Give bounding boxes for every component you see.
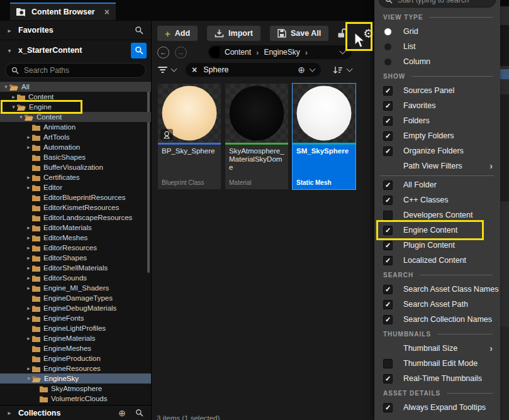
menu-item-grid[interactable]: Grid xyxy=(374,24,500,39)
caret-right-icon[interactable]: ▸ xyxy=(25,255,32,261)
checkbox-checked-icon[interactable]: ✓ xyxy=(383,146,393,156)
caret-right-icon[interactable]: ▸ xyxy=(25,225,32,231)
tree-item-enginematerials[interactable]: ▸EngineMaterials xyxy=(0,333,151,343)
caret-right-icon[interactable]: ▸ xyxy=(25,265,32,271)
checkbox-checked-icon[interactable]: ✓ xyxy=(383,101,393,111)
caret-right-icon[interactable]: ▸ xyxy=(25,235,32,241)
clear-search-icon[interactable]: × xyxy=(192,65,197,74)
checkbox-checked-icon[interactable]: ✓ xyxy=(383,285,393,294)
menu-item-folders[interactable]: ✓Folders xyxy=(374,113,500,128)
checkbox-checked-icon[interactable]: ✓ xyxy=(383,226,393,235)
menu-item-path-view-filters[interactable]: Path View Filters› xyxy=(374,158,500,174)
menu-item-search-asset-path[interactable]: ✓Search Asset Path xyxy=(374,297,500,312)
add-collection-icon[interactable]: ⊕ xyxy=(118,408,126,418)
tree-item-editorsounds[interactable]: ▸EditorSounds xyxy=(0,273,151,283)
favorites-header[interactable]: ▸ Favorites xyxy=(0,21,151,40)
menu-item-empty-folders[interactable]: ✓Empty Folders xyxy=(374,128,500,143)
tree-item-editorkismetresources[interactable]: EditorKismetResources xyxy=(0,202,151,213)
menu-item-search-asset-class-names[interactable]: ✓Search Asset Class Names xyxy=(374,282,500,297)
tree-item-editorresources[interactable]: ▸EditorResources xyxy=(0,243,151,253)
tree-item-editorlandscaperesources[interactable]: EditorLandscapeResources xyxy=(0,213,151,223)
caret-down-icon[interactable]: ▾ xyxy=(10,104,17,110)
lock-icon[interactable] xyxy=(337,28,349,38)
checkbox-checked-icon[interactable]: ✓ xyxy=(383,180,393,190)
checkbox-unchecked-icon[interactable] xyxy=(383,211,393,220)
tree-item-editormeshes[interactable]: ▸EditorMeshes xyxy=(0,233,151,243)
caret-right-icon[interactable]: ▸ xyxy=(25,306,32,311)
sort-dropdown-icon[interactable] xyxy=(347,66,353,72)
tree-item-all[interactable]: ▾All xyxy=(0,82,151,92)
asset-tile-sm-skysphere[interactable]: SM_SkySphereStatic Mesh xyxy=(293,84,355,189)
collections-search-icon[interactable] xyxy=(135,409,143,417)
menu-item-engine-content[interactable]: ✓Engine Content xyxy=(374,223,500,238)
collections-caret-icon[interactable]: ▸ xyxy=(6,409,13,416)
import-button[interactable]: Import xyxy=(206,25,261,41)
tree-item-content[interactable]: ▸Content xyxy=(0,92,151,102)
tree-item-editorshellmaterials[interactable]: ▸EditorShellMaterials xyxy=(0,263,151,273)
tree-item-automation[interactable]: ▸Automation xyxy=(0,142,151,152)
caret-down-icon[interactable]: ▾ xyxy=(3,84,9,90)
tree-item-editorblueprintresources[interactable]: EditorBlueprintResources xyxy=(0,192,151,202)
tree-item-basicshapes[interactable]: BasicShapes xyxy=(0,152,151,162)
menu-item-thumbnail-edit-mode[interactable]: Thumbnail Edit Mode xyxy=(374,356,500,371)
tab-close-icon[interactable]: × xyxy=(104,8,109,16)
breadcrumb-root-segment[interactable] xyxy=(210,47,220,58)
caret-right-icon[interactable]: ▸ xyxy=(10,94,17,100)
menu-item-all-folder[interactable]: ✓All Folder xyxy=(374,177,500,192)
caret-right-icon[interactable]: ▸ xyxy=(25,275,32,281)
collection-search-button[interactable] xyxy=(131,43,147,58)
menu-item-real-time-thumbnails[interactable]: ✓Real-Time Thumbnails xyxy=(374,371,500,386)
radio-icon[interactable] xyxy=(384,58,391,65)
search-paths-box[interactable] xyxy=(5,63,146,78)
back-button[interactable]: ← xyxy=(157,47,169,58)
tree-item-engine-mi-shaders[interactable]: ▸Engine_MI_Shaders xyxy=(0,283,151,293)
menu-search-box[interactable] xyxy=(379,0,496,8)
menu-item-list[interactable]: List xyxy=(374,39,500,54)
menu-item-c-classes[interactable]: ✓C++ Classes xyxy=(374,192,500,207)
radio-icon[interactable] xyxy=(384,43,391,50)
tree-item-enginesky[interactable]: ▾EngineSky xyxy=(0,373,151,384)
caret-right-icon[interactable]: ▸ xyxy=(25,245,32,251)
asset-tile-bp-sky-sphere[interactable]: BP_Sky_SphereBlueprint Class xyxy=(158,84,221,189)
save-all-button[interactable]: Save All xyxy=(269,25,329,41)
tree-item-arttools[interactable]: ▸ArtTools xyxy=(0,132,151,142)
menu-item-plugin-content[interactable]: ✓Plugin Content xyxy=(374,238,500,253)
checkbox-checked-icon[interactable]: ✓ xyxy=(383,315,393,324)
menu-item-always-expand-tooltips[interactable]: ✓Always Expand Tooltips xyxy=(374,400,500,415)
checkbox-checked-icon[interactable]: ✓ xyxy=(383,116,393,126)
caret-right-icon[interactable]: ▸ xyxy=(25,145,32,150)
tree-item-content[interactable]: ▾Content xyxy=(0,112,151,122)
asset-search-input[interactable] xyxy=(202,65,293,75)
tree-item-enginelightprofiles[interactable]: EngineLightProfiles xyxy=(0,323,151,333)
forward-button[interactable]: → xyxy=(175,47,187,58)
filter-funnel-icon[interactable] xyxy=(158,66,167,74)
tree-item-engineproduction[interactable]: EngineProduction xyxy=(0,353,151,363)
caret-right-icon[interactable]: ▸ xyxy=(25,285,32,291)
tree-item-editormaterials[interactable]: ▸EditorMaterials xyxy=(0,223,151,233)
tree-item-skyatmosphere[interactable]: SkyAtmosphere xyxy=(0,384,151,394)
breadcrumb-content[interactable]: Content xyxy=(225,48,251,57)
checkbox-checked-icon[interactable]: ✓ xyxy=(383,403,393,412)
add-button[interactable]: + Add xyxy=(157,25,198,41)
menu-item-sources-panel[interactable]: ✓Sources Panel xyxy=(374,83,500,98)
tree-item-enginedebugmaterials[interactable]: ▸EngineDebugMaterials xyxy=(0,303,151,313)
menu-item-column[interactable]: Column xyxy=(374,54,500,69)
save-search-icon[interactable]: ⊕ xyxy=(298,65,305,74)
caret-right-icon[interactable]: ▸ xyxy=(25,366,32,372)
caret-right-icon[interactable]: ▸ xyxy=(25,316,32,321)
checkbox-checked-icon[interactable]: ✓ xyxy=(383,256,393,265)
tree-item-enginemeshes[interactable]: EngineMeshes xyxy=(0,343,151,353)
checkbox-checked-icon[interactable]: ✓ xyxy=(383,374,393,384)
tree-item-enginedamagetypes[interactable]: EngineDamageTypes xyxy=(0,293,151,303)
sort-icon[interactable] xyxy=(333,66,343,74)
checkbox-checked-icon[interactable]: ✓ xyxy=(383,300,393,309)
caret-right-icon[interactable]: ▸ xyxy=(25,185,32,191)
path-dropdown-icon[interactable] xyxy=(340,48,346,55)
menu-search-input[interactable] xyxy=(396,0,489,5)
radio-selected-icon[interactable] xyxy=(384,28,391,35)
menu-item-localized-content[interactable]: ✓Localized Content xyxy=(374,253,500,268)
collection-caret-icon[interactable]: ▾ xyxy=(6,47,13,54)
tree-item-enginefonts[interactable]: ▸EngineFonts xyxy=(0,313,151,323)
tree-item-volumetricclouds[interactable]: VolumetricClouds xyxy=(0,394,151,404)
tree-item-engineresources[interactable]: ▸EngineResources xyxy=(0,363,151,373)
